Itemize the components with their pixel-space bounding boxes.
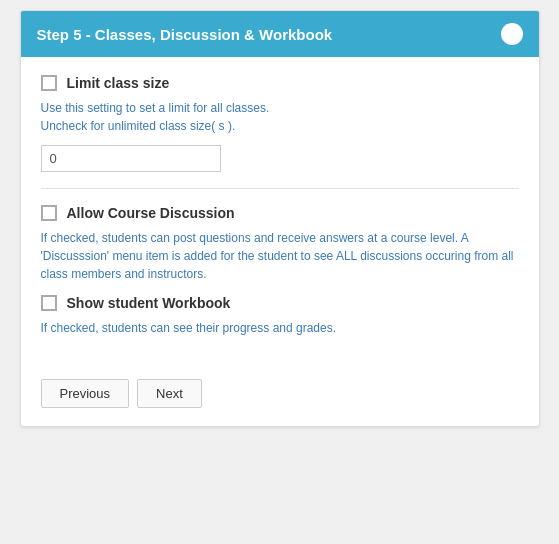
step-title: Step 5 - Classes, Discussion & Workbook [37,26,333,43]
student-workbook-description: If checked, students can see their progr… [41,319,519,337]
limit-class-size-label: Limit class size [67,75,170,91]
limit-class-size-checkbox[interactable] [41,75,57,91]
previous-button[interactable]: Previous [41,379,130,408]
course-discussion-description: If checked, students can post questions … [41,229,519,283]
limit-class-size-description: Use this setting to set a limit for all … [41,99,519,135]
course-discussion-checkbox[interactable] [41,205,57,221]
step-header: Step 5 - Classes, Discussion & Workbook [21,11,539,57]
course-discussion-row: Allow Course Discussion [41,205,519,221]
next-button[interactable]: Next [137,379,202,408]
course-discussion-section: Allow Course Discussion If checked, stud… [41,205,519,337]
limit-class-size-input[interactable] [41,145,221,172]
course-discussion-label: Allow Course Discussion [67,205,235,221]
wizard-card: Step 5 - Classes, Discussion & Workbook … [20,10,540,427]
limit-class-size-section: Limit class size Use this setting to set… [41,75,519,172]
footer-buttons: Previous Next [21,369,539,426]
student-workbook-checkbox[interactable] [41,295,57,311]
step-content: Limit class size Use this setting to set… [21,57,539,369]
section-divider [41,188,519,189]
header-circle-icon [501,23,523,45]
limit-class-size-row: Limit class size [41,75,519,91]
student-workbook-label: Show student Workbook [67,295,231,311]
student-workbook-row: Show student Workbook [41,295,519,311]
